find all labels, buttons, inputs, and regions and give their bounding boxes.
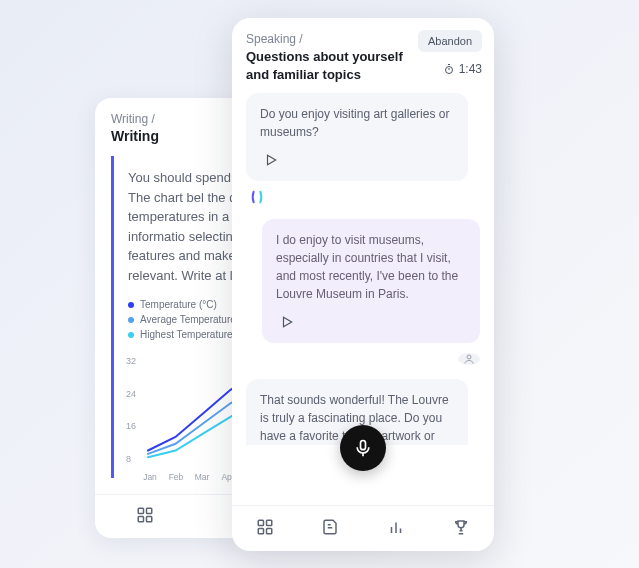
x-tick: Jan bbox=[143, 472, 157, 482]
mic-icon bbox=[353, 438, 373, 458]
grid-icon[interactable] bbox=[136, 506, 154, 528]
play-button[interactable] bbox=[276, 311, 298, 333]
stopwatch-icon bbox=[443, 63, 455, 75]
speaking-card: Speaking / Abandon Questions about yours… bbox=[232, 18, 494, 551]
user-avatar bbox=[458, 353, 480, 365]
message-text: I do enjoy to visit museums, especially … bbox=[276, 231, 466, 303]
mic-row bbox=[232, 445, 494, 505]
svg-rect-3 bbox=[147, 516, 152, 521]
mic-button[interactable] bbox=[340, 425, 386, 471]
svg-rect-12 bbox=[361, 441, 366, 450]
ai-avatar bbox=[246, 189, 268, 205]
abandon-button[interactable]: Abandon bbox=[418, 30, 482, 52]
user-message: I do enjoy to visit museums, especially … bbox=[262, 219, 480, 343]
speaking-header: Speaking / Abandon Questions about yours… bbox=[232, 18, 494, 89]
legend-label: Temperature (°C) bbox=[140, 299, 217, 310]
play-button[interactable] bbox=[260, 149, 282, 171]
svg-rect-16 bbox=[258, 528, 263, 533]
play-icon bbox=[280, 315, 294, 329]
ai-logo-icon bbox=[249, 189, 265, 205]
timer: 1:43 bbox=[443, 62, 482, 76]
legend-dot bbox=[128, 317, 134, 323]
y-tick: 32 bbox=[126, 356, 136, 366]
svg-rect-17 bbox=[266, 528, 271, 533]
trophy-icon[interactable] bbox=[452, 518, 470, 540]
timer-value: 1:43 bbox=[459, 62, 482, 76]
user-icon bbox=[463, 353, 475, 365]
y-tick: 16 bbox=[126, 421, 136, 431]
conversation: Do you enjoy visiting art galleries or m… bbox=[232, 89, 494, 445]
legend-dot bbox=[128, 332, 134, 338]
svg-marker-9 bbox=[284, 317, 292, 326]
svg-rect-1 bbox=[147, 508, 152, 513]
play-icon bbox=[264, 153, 278, 167]
svg-point-10 bbox=[467, 355, 471, 359]
notes-icon[interactable] bbox=[321, 518, 339, 540]
x-tick: Mar bbox=[195, 472, 210, 482]
legend-dot bbox=[128, 302, 134, 308]
y-tick: 8 bbox=[126, 454, 131, 464]
y-tick: 24 bbox=[126, 389, 136, 399]
message-text: Do you enjoy visiting art galleries or m… bbox=[260, 105, 454, 141]
grid-icon[interactable] bbox=[256, 518, 274, 540]
speaking-bottom-nav bbox=[232, 505, 494, 551]
svg-rect-15 bbox=[266, 520, 271, 525]
ai-message: Do you enjoy visiting art galleries or m… bbox=[246, 93, 468, 181]
svg-rect-14 bbox=[258, 520, 263, 525]
stats-icon[interactable] bbox=[387, 518, 405, 540]
svg-rect-2 bbox=[138, 516, 143, 521]
svg-marker-8 bbox=[268, 155, 276, 164]
svg-rect-0 bbox=[138, 508, 143, 513]
x-tick: Feb bbox=[169, 472, 184, 482]
